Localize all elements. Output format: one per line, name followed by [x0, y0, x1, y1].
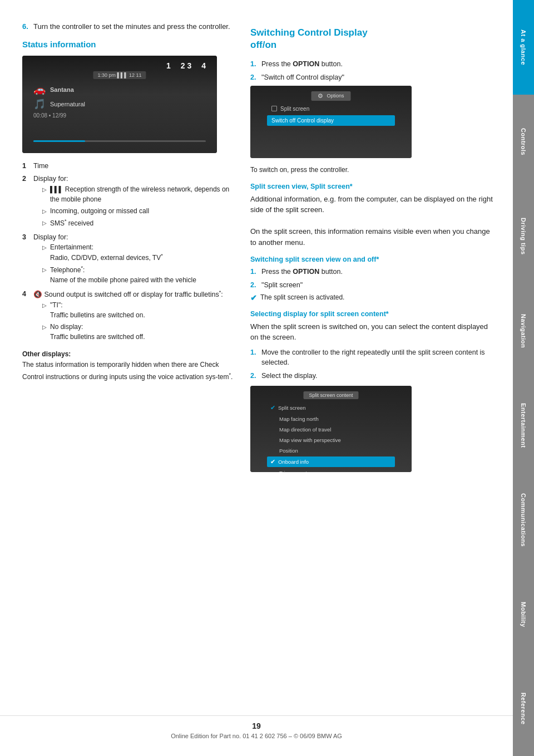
- progress-fill: [33, 140, 85, 142]
- sidebar-tab-navigation[interactable]: Navigation: [513, 283, 534, 378]
- select-step-1-text: Move the controller to the right repeate…: [261, 347, 496, 369]
- split-row-6-text: Trip computer: [279, 470, 312, 472]
- arrow-icon-2-2: ▷: [42, 207, 47, 216]
- split-row-1-text: Map facing north: [279, 416, 319, 422]
- step-2-text: "Switch off Control display": [261, 72, 344, 83]
- car-icon: 🚗: [33, 84, 46, 96]
- list-num-3: 3: [22, 232, 30, 287]
- status-image: 1 2 3 4 1:30 pm ▌▌▌ 12 11 🚗 Santana 🎵 S: [22, 56, 217, 153]
- checkmark-icon: ✔: [250, 293, 257, 302]
- intro-num-6: 6.: [22, 22, 30, 31]
- options-gear-icon: ⚙: [318, 92, 323, 100]
- check-icon-0: ✔: [270, 404, 275, 411]
- arrow-icon-4-1: ▷: [42, 301, 47, 320]
- option-row-switch-off-text: Switch off Control display: [271, 117, 334, 124]
- arrow-icon-4-2: ▷: [42, 323, 47, 342]
- intro-text-6: Turn the controller to set the minutes a…: [33, 22, 230, 31]
- split-step-1: 1. Press the OPTION button.: [250, 267, 496, 277]
- option-row-switch-off[interactable]: Switch off Control display: [267, 115, 395, 126]
- sidebar-tab-driving-tips[interactable]: Driving tips: [513, 189, 534, 284]
- bullet-3-2-text: Telephone*:Name of the mobile phone pair…: [50, 264, 196, 285]
- check-icon-5: ✔: [270, 458, 275, 465]
- split-screen-view-heading: Split screen view, Split screen*: [250, 183, 496, 190]
- right-column: Switching Control Display off/on 1. Pres…: [250, 22, 496, 472]
- sidebar-tab-entertainment[interactable]: Entertainment: [513, 378, 534, 473]
- bullet-4-1-text: "TI":Traffic bulletins are switched on.: [50, 300, 145, 320]
- sidebar-tab-at-a-glance[interactable]: At a glance: [513, 0, 534, 95]
- bullet-2-3-text: SMS* received: [50, 218, 93, 228]
- step-num-2: 2.: [250, 72, 258, 83]
- select-step-2-text: Select the display.: [261, 371, 318, 381]
- split-step-2: 2. "Split screen": [250, 280, 496, 291]
- checkbox-icon-split: [271, 106, 277, 111]
- split-screen-content-image: Split screen content ✔ Split screen Map …: [250, 386, 412, 472]
- split-row-4: Position: [267, 446, 395, 455]
- option-img-inner: ⚙ Options Split screen Switch off Contro…: [250, 86, 412, 158]
- bullet-3-1: ▷ Entertainment:Radio, CD/DVD, external …: [42, 242, 234, 263]
- bullet-2-2: ▷ Incoming, outgoing or missed call: [42, 206, 234, 216]
- list-num-2: 2: [22, 174, 30, 230]
- status-num-4: 4: [201, 61, 206, 70]
- selecting-display-heading: Selecting display for split screen conte…: [250, 310, 496, 318]
- list-content-4: 🔇 Sound output is switched off or displa…: [33, 289, 234, 343]
- split-title-bar: Split screen content: [303, 391, 358, 399]
- split-row-0: ✔ Split screen: [267, 402, 395, 413]
- bullet-4-2-text: No display:Traffic bulletins are switche…: [50, 322, 145, 342]
- time-display: 00:08 • 12/99: [33, 112, 85, 119]
- step-1: 1. Press the OPTION button.: [250, 59, 496, 70]
- select-step-num-1: 1.: [250, 347, 258, 369]
- track-name: Supernatural: [50, 101, 85, 107]
- split-step-1-text: Press the OPTION button.: [261, 267, 343, 277]
- bullet-3-2: ▷ Telephone*:Name of the mobile phone pa…: [42, 264, 234, 285]
- bullet-2-1: ▷ ▌▌▌ Reception strength of the wireless…: [42, 184, 234, 204]
- footer-text: Online Edition for Part no. 01 41 2 602 …: [0, 733, 513, 739]
- bullet-2-3: ▷ SMS* received: [42, 218, 234, 228]
- split-screen-description: Additional information, e.g. from the co…: [250, 194, 496, 248]
- switch-on-text: To switch on, press the controller.: [250, 165, 496, 175]
- status-num-2: 2 3: [181, 61, 191, 70]
- list-4-label: 🔇 Sound output is switched off or displa…: [33, 289, 234, 300]
- option-row-split-screen: Split screen: [267, 104, 395, 114]
- split-row-1: Map facing north: [267, 414, 395, 424]
- split-step-num-2: 2.: [250, 280, 258, 291]
- bullet-2-2-text: Incoming, outgoing or missed call: [50, 206, 149, 216]
- main-heading-line2: off/on: [250, 40, 276, 50]
- split-row-5[interactable]: ✔ Onboard info: [267, 456, 395, 467]
- status-num-row: 1 2 3 4: [166, 61, 206, 70]
- step-1-text: Press the OPTION button.: [261, 59, 343, 70]
- arrow-icon-2-1: ▷: [42, 185, 47, 204]
- progress-bar: [33, 140, 206, 142]
- option-title-bar: ⚙ Options: [311, 91, 350, 101]
- bullet-3-1-text: Entertainment:Radio, CD/DVD, external de…: [50, 242, 163, 263]
- artist-name: Santana: [50, 86, 74, 93]
- split-row-3-text: Map view with perspective: [279, 437, 341, 443]
- status-information-heading: Status information: [22, 40, 234, 49]
- main-content: 6. Turn the controller to set the minute…: [0, 0, 513, 505]
- bullet-2-1-text: ▌▌▌ Reception strength of the wireless n…: [50, 184, 234, 204]
- select-step-1: 1. Move the controller to the right repe…: [250, 347, 496, 369]
- sidebar-tab-communications[interactable]: Communications: [513, 473, 534, 567]
- split-step-num-1: 1.: [250, 267, 258, 277]
- split-row-0-text: Split screen: [278, 405, 306, 411]
- page-footer: 19 Online Edition for Part no. 01 41 2 6…: [0, 715, 513, 739]
- status-num-1: 1: [166, 61, 171, 70]
- split-img-inner: Split screen content ✔ Split screen Map …: [250, 386, 412, 472]
- list-3-label: Display for:: [33, 232, 234, 243]
- split-activated-note: ✔ The split screen is activated.: [250, 293, 496, 302]
- status-img-inner: 1 2 3 4 1:30 pm ▌▌▌ 12 11 🚗 Santana 🎵 S: [22, 56, 217, 153]
- list-content-1: Time: [33, 161, 234, 171]
- sidebar-tab-reference[interactable]: Reference: [513, 661, 534, 756]
- split-row-2: Map direction of travel: [267, 425, 395, 434]
- sidebar-tab-controls[interactable]: Controls: [513, 95, 534, 189]
- left-column: 6. Turn the controller to set the minute…: [22, 22, 234, 472]
- step-2: 2. "Switch off Control display": [250, 72, 496, 83]
- split-row-3: Map view with perspective: [267, 435, 395, 445]
- select-step-num-2: 2.: [250, 371, 258, 381]
- option-row-split-text: Split screen: [280, 106, 309, 112]
- list-content-3: Display for: ▷ Entertainment:Radio, CD/D…: [33, 232, 234, 287]
- options-title-text: Options: [327, 93, 344, 99]
- song-info: 🚗 Santana 🎵 Supernatural 00:08 • 12/99: [33, 84, 85, 119]
- sidebar-tab-mobility[interactable]: Mobility: [513, 567, 534, 662]
- arrow-icon-2-3: ▷: [42, 219, 47, 228]
- page-number: 19: [0, 721, 513, 730]
